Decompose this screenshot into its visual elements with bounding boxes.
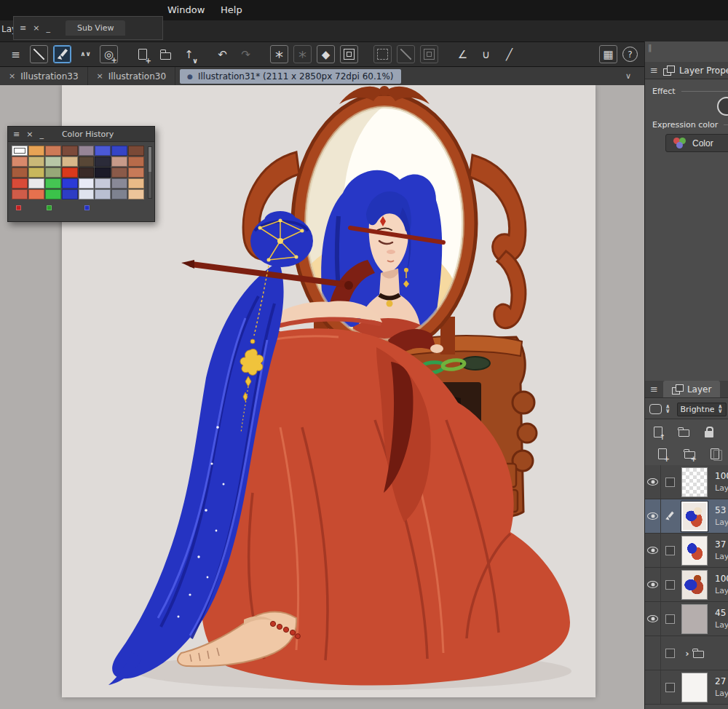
tab-list-chevron-icon[interactable]: ∨ — [625, 71, 631, 81]
close-icon[interactable]: × — [9, 71, 15, 81]
minimize-icon[interactable]: _ — [46, 23, 50, 33]
layer-row[interactable]: 53Layer — [645, 499, 728, 534]
layer-checkbox[interactable] — [661, 670, 678, 704]
color-swatch[interactable] — [45, 189, 61, 199]
new-layer-icon[interactable]: + — [655, 445, 670, 462]
color-swatch[interactable] — [111, 178, 127, 189]
color-swatch[interactable] — [62, 157, 78, 167]
color-swatch[interactable] — [12, 167, 28, 178]
tab-illustration30[interactable]: × Illustration30 — [88, 67, 176, 85]
rail-drag-handle-icon[interactable]: ‖ — [648, 43, 652, 52]
marquee-icon[interactable] — [373, 45, 392, 63]
layer-row[interactable]: 45Layer — [645, 602, 728, 636]
color-history-titlebar[interactable]: ≡ × _ Color History — [8, 127, 154, 142]
ruler-tool-icon[interactable]: ╱ — [500, 45, 518, 63]
layer-thumbnail[interactable] — [678, 499, 711, 533]
layer-thumbnail[interactable] — [678, 602, 711, 635]
frame-tool-icon[interactable] — [340, 45, 358, 63]
color-swatch[interactable] — [45, 167, 61, 178]
color-swatch[interactable] — [28, 178, 44, 189]
export-icon[interactable]: ↑∨ — [180, 45, 198, 63]
menu-help[interactable]: Help — [221, 4, 242, 15]
blend-mode-select[interactable]: Brightness ∧∨ — [677, 403, 727, 416]
minimize-icon[interactable]: _ — [39, 130, 44, 139]
layer-thumbnail[interactable] — [678, 534, 711, 567]
auto-select-alt-icon[interactable]: * — [293, 45, 312, 63]
layer-checkbox[interactable] — [661, 465, 678, 499]
material-panel-icon[interactable]: ▦ — [599, 45, 617, 63]
color-indicator[interactable] — [47, 205, 52, 210]
layer-row[interactable]: 100Layer — [645, 465, 728, 499]
color-swatch[interactable] — [12, 189, 28, 199]
color-swatch[interactable] — [111, 146, 127, 156]
effect-toggle-button[interactable] — [717, 97, 728, 116]
color-swatch[interactable] — [95, 178, 111, 189]
layer-checkbox[interactable] — [661, 568, 678, 601]
undo-icon[interactable]: ↶ — [213, 45, 232, 63]
color-swatch[interactable] — [12, 178, 28, 189]
auto-select-icon[interactable]: * — [270, 45, 288, 63]
layer-checkbox[interactable] — [661, 534, 678, 567]
color-swatch[interactable] — [95, 146, 111, 156]
visibility-eye-icon[interactable] — [645, 602, 661, 635]
lock-layer-icon[interactable] — [702, 424, 716, 440]
close-icon[interactable]: × — [33, 23, 39, 33]
panel-menu-icon[interactable]: ≡ — [13, 130, 20, 139]
color-swatch[interactable] — [45, 146, 61, 156]
color-swatch[interactable] — [62, 189, 78, 199]
subview-tool-icon[interactable] — [30, 45, 48, 63]
layer-row[interactable]: 100Layer — [645, 568, 728, 602]
folder-expand-icon[interactable]: › — [678, 636, 711, 670]
merge-folder-icon[interactable] — [676, 424, 691, 440]
visibility-empty[interactable] — [645, 670, 661, 704]
color-swatch[interactable] — [12, 146, 28, 156]
color-swatch[interactable] — [62, 178, 78, 189]
color-indicator[interactable] — [84, 205, 90, 210]
color-swatch[interactable] — [111, 189, 127, 199]
color-swatch[interactable] — [45, 178, 61, 189]
tab-illustration31-active[interactable]: ● Illustration31* (2111 x 2850px 72dpi 6… — [180, 69, 400, 84]
new-folder-icon[interactable]: + — [682, 445, 697, 462]
color-swatch[interactable] — [95, 157, 111, 167]
layer-checkbox[interactable] — [661, 602, 678, 635]
visibility-eye-icon[interactable] — [645, 568, 661, 601]
combine-spinner-icon[interactable]: ∧∨ — [665, 405, 670, 413]
color-swatch[interactable] — [95, 189, 111, 199]
color-history-scrollbar[interactable] — [148, 146, 152, 199]
visibility-eye-icon[interactable] — [645, 499, 661, 533]
edit-pencil-icon[interactable] — [661, 499, 678, 533]
layer-panel-tab[interactable]: Layer — [663, 381, 720, 398]
visibility-eye-icon[interactable] — [645, 534, 661, 567]
layer-thumbnail[interactable] — [678, 465, 711, 499]
open-file-icon[interactable] — [157, 45, 175, 63]
brush-tool-icon[interactable]: ∪ — [477, 45, 495, 63]
color-swatch[interactable] — [128, 146, 144, 156]
color-swatch[interactable] — [62, 146, 78, 156]
close-icon[interactable]: × — [26, 130, 33, 139]
panel-menu-icon[interactable]: ≡ — [650, 65, 658, 76]
toolbar-menu-icon[interactable]: ≡ — [7, 45, 25, 63]
color-swatch[interactable] — [45, 157, 61, 167]
color-swatch[interactable] — [111, 167, 127, 178]
color-swatch[interactable] — [111, 157, 127, 167]
layer-panel-header[interactable]: ≡ Layer — [645, 381, 728, 398]
layer-property-header[interactable]: ≡ Layer Property — [645, 62, 728, 79]
color-swatch[interactable] — [28, 189, 44, 199]
color-swatch[interactable] — [28, 157, 44, 167]
panel-menu-icon[interactable]: ≡ — [20, 23, 26, 33]
color-swatch[interactable] — [79, 167, 95, 178]
marquee-fill-icon[interactable] — [420, 45, 438, 63]
color-swatch[interactable] — [79, 146, 95, 156]
transfer-layer-icon[interactable]: ↑ — [651, 424, 665, 440]
combine-mode-icon[interactable] — [649, 404, 662, 414]
color-swatch[interactable] — [95, 167, 111, 178]
layer-row[interactable]: 37Layer — [645, 534, 728, 568]
help-icon[interactable]: ? — [622, 47, 638, 62]
visibility-empty[interactable] — [645, 636, 661, 670]
color-swatch[interactable] — [128, 167, 144, 178]
layer-thumbnail[interactable] — [678, 670, 711, 704]
color-swatch[interactable] — [79, 178, 95, 189]
duplicate-layer-icon[interactable] — [709, 445, 724, 462]
color-swatch[interactable] — [12, 157, 28, 167]
color-swatch[interactable] — [79, 189, 95, 199]
